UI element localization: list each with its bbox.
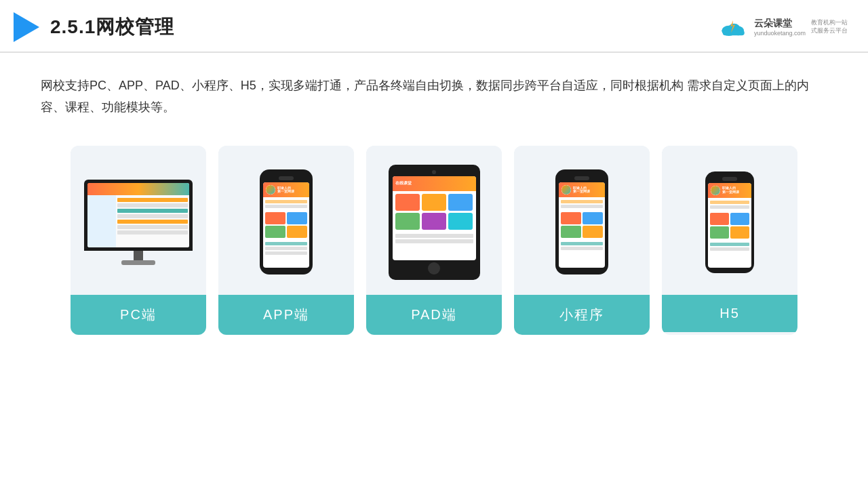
tablet-screen: 在线课堂 — [393, 176, 476, 260]
miniprogram-mockup: 职途人的第一堂网课 — [555, 169, 608, 274]
cards-container: PC端 职途人的第一堂网课 — [0, 132, 868, 355]
card-pc-label: PC端 — [71, 295, 206, 335]
pc-image-area — [71, 146, 206, 295]
pc-mockup — [84, 180, 193, 265]
phone-screen-3: 职途人的第一堂网课 — [708, 183, 751, 268]
h5-image-area: 职途人的第一堂网课 — [662, 146, 797, 295]
description-text: 网校支持PC、APP、PAD、小程序、H5，实现多端打通，产品各终端自由切换，数… — [0, 53, 868, 132]
cloud-logo-icon — [717, 16, 749, 38]
header: 2.5.1网校管理 云朵课堂 yunduoketang.com 教育机构一站式服… — [0, 0, 868, 53]
play-icon — [14, 12, 39, 42]
logo-text-area: 云朵课堂 yunduoketang.com — [754, 18, 806, 37]
tablet-camera — [432, 170, 436, 174]
logo-area: 云朵课堂 yunduoketang.com 教育机构一站式服务云平台 — [717, 16, 848, 38]
tablet-home-button — [428, 262, 440, 274]
pad-image-area: 在线课堂 — [366, 146, 502, 295]
card-pad-label: PAD端 — [366, 295, 502, 335]
card-pad: 在线课堂 PAD端 — [366, 146, 502, 335]
phone-notch — [279, 176, 294, 180]
app-image-area: 职途人的第一堂网课 — [218, 146, 354, 295]
card-pc: PC端 — [71, 146, 206, 335]
card-app: 职途人的第一堂网课 — [218, 146, 354, 335]
h5-mockup: 职途人的第一堂网课 — [705, 171, 754, 273]
phone-screen-2: 职途人的第一堂网课 — [559, 182, 605, 268]
card-app-label: APP端 — [218, 295, 354, 335]
logo-name: 云朵课堂 — [754, 18, 792, 30]
phone-screen: 职途人的第一堂网课 — [263, 182, 309, 268]
card-h5-label: H5 — [662, 295, 797, 332]
card-miniprogram: 职途人的第一堂网课 — [514, 146, 650, 335]
phone-notch-2 — [574, 176, 589, 180]
miniprogram-image-area: 职途人的第一堂网课 — [514, 146, 650, 295]
page-title: 2.5.1网校管理 — [50, 14, 174, 40]
desc-content: 网校支持PC、APP、PAD、小程序、H5，实现多端打通，产品各终端自由切换，数… — [41, 79, 809, 114]
pad-mockup: 在线课堂 — [389, 165, 480, 280]
logo-tagline: 教育机构一站式服务云平台 — [811, 19, 848, 35]
phone-notch-3 — [722, 177, 737, 181]
app-mockup: 职途人的第一堂网课 — [260, 169, 313, 274]
card-miniprogram-label: 小程序 — [514, 295, 650, 335]
svg-rect-3 — [723, 30, 745, 36]
header-left: 2.5.1网校管理 — [14, 12, 174, 42]
logo-url: yunduoketang.com — [754, 30, 806, 37]
card-h5: 职途人的第一堂网课 — [662, 146, 797, 335]
